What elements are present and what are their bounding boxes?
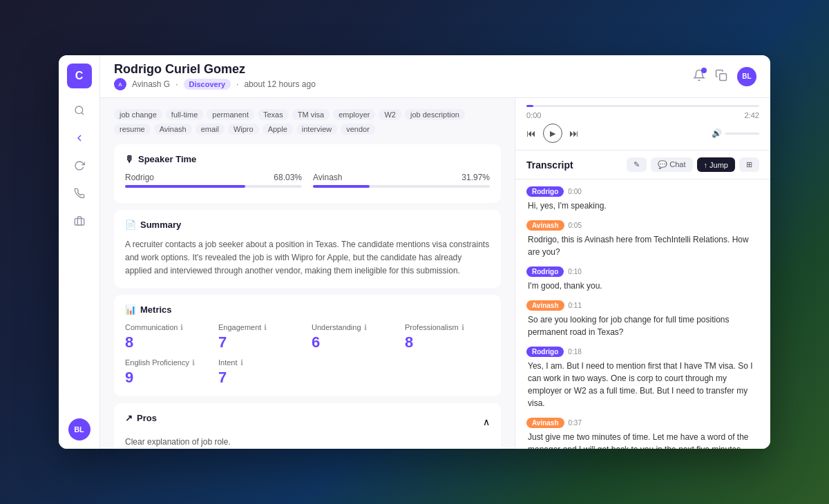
transcript-messages: Rodrigo 0:00 Hi, yes, I'm speaking. Avin…	[515, 180, 770, 449]
skip-forward-icon[interactable]: ⏭	[569, 128, 579, 139]
metric-intent-value: 7	[218, 369, 303, 387]
topbar-meta: A Avinash G · Discovery · about 12 hours…	[114, 78, 316, 90]
info-understanding[interactable]: ℹ	[364, 323, 367, 332]
audio-player: 0:00 2:42 ⏮ ▶ ⏭ 🔊	[515, 98, 770, 151]
tag-apple[interactable]: Apple	[263, 124, 293, 135]
topbar-left: Rodrigo Curiel Gomez A Avinash G · Disco…	[114, 62, 316, 90]
phone-icon[interactable]	[68, 182, 90, 204]
audio-progress-bar[interactable]	[526, 105, 759, 107]
transcript-actions: ✎ 💬 Chat ↑ Jump ⊞	[627, 157, 759, 172]
info-engagement[interactable]: ℹ	[264, 323, 267, 332]
metric-engagement: Engagement ℹ 7	[218, 323, 303, 351]
transcript-entry-6: Avinash 0:37 Just give me two minutes of…	[526, 418, 759, 449]
speaker-badge-avinash-4: Avinash	[526, 300, 564, 311]
speaker-time-section: 🎙 Speaker Time Rodrigo 68.03%	[114, 144, 501, 203]
back-icon[interactable]	[68, 127, 90, 149]
tag-wipro[interactable]: Wipro	[228, 124, 259, 135]
metrics-grid-2: English Proficiency ℹ 9 Intent ℹ 7	[125, 358, 490, 387]
chevron-up-icon[interactable]: ∧	[483, 416, 490, 427]
user-avatar-topbar[interactable]: BL	[737, 67, 756, 86]
skip-back-icon[interactable]: ⏮	[526, 128, 536, 139]
pros-title: ↗ Pros	[125, 413, 157, 423]
audio-times: 0:00 2:42	[526, 111, 759, 119]
app-logo[interactable]: C	[67, 64, 92, 88]
refresh-icon[interactable]	[68, 155, 90, 177]
tag-job-description[interactable]: job description	[405, 109, 465, 120]
metric-professionalism-value: 8	[405, 333, 490, 351]
candidate-name: Rodrigo Curiel Gomez	[114, 62, 316, 77]
tag-w2[interactable]: W2	[379, 109, 401, 120]
tag-texas[interactable]: Texas	[258, 109, 289, 120]
tag-employer[interactable]: employer	[333, 109, 375, 120]
metrics-grid: Communication ℹ 8 Engagement ℹ 7	[125, 323, 490, 351]
tag-resume[interactable]: resume	[114, 124, 151, 135]
tag-avinash[interactable]: Avinash	[154, 124, 192, 135]
summary-section: 📄 Summary A recruiter contacts a job see…	[114, 210, 501, 288]
transcript-jump-button[interactable]: ↑ Jump	[697, 157, 735, 172]
tag-permanent[interactable]: permanent	[207, 109, 254, 120]
time-badge-3: 0:10	[568, 268, 581, 275]
metric-intent: Intent ℹ 7	[218, 358, 303, 387]
sidebar: C BL	[59, 55, 100, 449]
left-panel: job change full-time permanent Texas TM …	[100, 98, 515, 449]
metric-english: English Proficiency ℹ 9	[125, 358, 210, 387]
transcript-entry-2: Avinash 0:05 Rodrigo, this is Avinash he…	[526, 220, 759, 258]
topbar: Rodrigo Curiel Gomez A Avinash G · Disco…	[100, 55, 770, 98]
tag-full-time[interactable]: full-time	[166, 109, 204, 120]
total-time: 2:42	[745, 111, 759, 119]
svg-rect-2	[720, 73, 727, 80]
transcript-grid-button[interactable]: ⊞	[739, 157, 759, 172]
metric-english-value: 9	[125, 369, 210, 387]
transcript-entry-4: Avinash 0:11 So are you looking for job …	[526, 300, 759, 338]
user-avatar-sidebar[interactable]: BL	[68, 418, 90, 440]
tag-job-change[interactable]: job change	[114, 109, 162, 120]
transcript-text-5: Yes, I am. But I need to mention first t…	[526, 360, 759, 409]
info-communication[interactable]: ℹ	[180, 323, 183, 332]
pros-section: ↗ Pros ∧ Clear explanation of job role.	[114, 403, 501, 449]
app-window: C BL Rodrigo Curiel Gomez A	[59, 55, 770, 449]
tag-email[interactable]: email	[196, 124, 225, 135]
volume-bar[interactable]	[725, 133, 759, 135]
transcript-edit-button[interactable]: ✎	[627, 157, 647, 172]
time-badge-4: 0:11	[569, 302, 582, 309]
transcript-text-3: I'm good, thank you.	[526, 280, 759, 292]
metrics-section: 📊 Metrics Communication ℹ 8	[114, 295, 501, 396]
recruiter-avatar: A	[114, 78, 126, 90]
time-badge-5: 0:18	[568, 348, 581, 356]
transcript-entry-3: Rodrigo 0:10 I'm good, thank you.	[526, 266, 759, 292]
transcript-entry-5: Rodrigo 0:18 Yes, I am. But I need to me…	[526, 347, 759, 409]
transcript-chat-button[interactable]: 💬 Chat	[651, 157, 692, 172]
speaker-badge-rodrigo-3: Rodrigo	[526, 266, 564, 277]
audio-controls: ⏮ ▶ ⏭ 🔊	[526, 124, 759, 143]
recruiter-name: Avinash G	[132, 79, 170, 89]
tag-interview[interactable]: interview	[296, 124, 337, 135]
volume-icon[interactable]: 🔊	[712, 128, 722, 138]
tag-vendor[interactable]: vendor	[341, 124, 375, 135]
speaker-time-title: 🎙 Speaker Time	[125, 154, 490, 164]
play-button[interactable]: ▶	[543, 124, 562, 143]
copy-icon[interactable]	[715, 69, 727, 84]
search-icon[interactable]	[68, 99, 90, 122]
notification-icon[interactable]	[693, 69, 705, 84]
time-badge-6: 0:37	[569, 419, 582, 427]
tag-tm-visa[interactable]: TM visa	[292, 109, 330, 120]
topbar-right: BL	[693, 67, 756, 86]
content-split: job change full-time permanent Texas TM …	[100, 98, 770, 449]
svg-point-0	[75, 106, 83, 114]
metric-engagement-value: 7	[218, 333, 303, 351]
right-panel: 0:00 2:42 ⏮ ▶ ⏭ 🔊 Transcr	[515, 98, 770, 449]
speaker-row: Rodrigo 68.03% Avinash 31.97%	[125, 173, 490, 188]
transcript-header: Transcript ✎ 💬 Chat ↑ Jump ⊞	[515, 151, 770, 180]
metric-understanding: Understanding ℹ 6	[312, 323, 397, 351]
speaker-badge-avinash-6: Avinash	[526, 418, 564, 428]
info-intent[interactable]: ℹ	[240, 358, 243, 367]
info-english[interactable]: ℹ	[192, 358, 195, 367]
metric-communication: Communication ℹ 8	[125, 323, 210, 351]
time-badge-2: 0:05	[569, 222, 582, 229]
info-professionalism[interactable]: ℹ	[461, 323, 464, 332]
main-content: Rodrigo Curiel Gomez A Avinash G · Disco…	[100, 55, 770, 449]
current-time: 0:00	[526, 111, 541, 119]
briefcase-icon[interactable]	[68, 210, 90, 232]
status-badge: Discovery	[184, 79, 231, 90]
avinash-bar	[313, 185, 370, 188]
